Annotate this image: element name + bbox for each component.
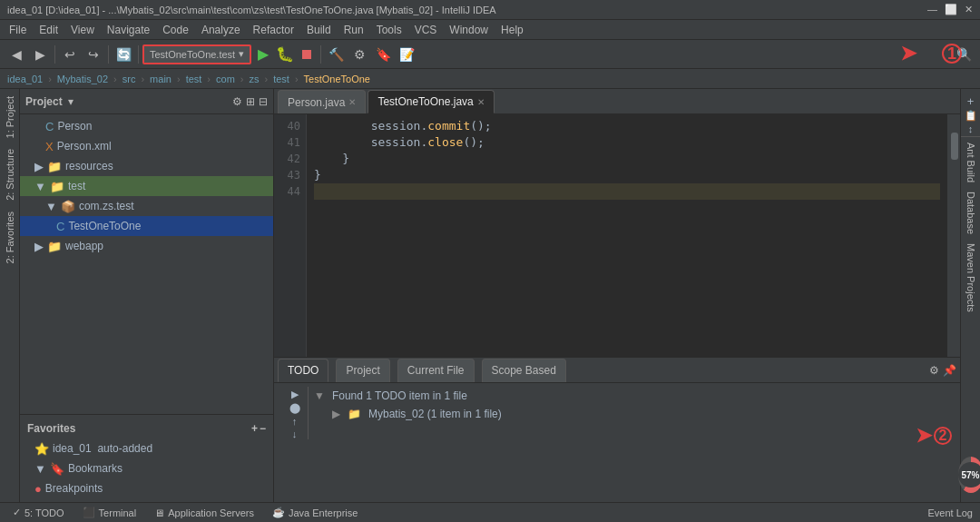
project-collapse-icon[interactable]: ⊟ [259, 95, 268, 108]
favorites-bookmarks[interactable]: ▼ 🔖 Bookmarks [20, 458, 273, 478]
status-app-servers-label: Application Servers [168, 507, 254, 518]
nav-main[interactable]: main [146, 72, 175, 86]
nav-test2[interactable]: test [270, 72, 293, 86]
current-file-tab-label: Current File [407, 364, 465, 377]
nav-mybatis02[interactable]: Mybatis_02 [54, 72, 112, 86]
todo-tab-label: TODO [288, 364, 318, 377]
debug-btn[interactable]: 🐛 [275, 44, 295, 64]
tree-test-folder[interactable]: ▼ 📁 test [20, 176, 273, 196]
tab-todo[interactable]: TODO [278, 359, 328, 382]
nav-zs[interactable]: zs [245, 72, 262, 86]
favorites-idea01[interactable]: ⭐ idea_01 auto-added [20, 438, 273, 458]
favorites-add-btn[interactable]: + [251, 422, 258, 435]
redo-btn[interactable]: ↪ [83, 44, 104, 65]
tab-scope-based[interactable]: Scope Based [482, 359, 566, 382]
menu-tools[interactable]: Tools [371, 22, 407, 38]
menu-view[interactable]: View [65, 22, 100, 38]
progress-percent: 57% [961, 470, 979, 480]
code-editor[interactable]: session.commit(); session.close(); } } [307, 114, 947, 357]
content-row: 1: Project 2: Structure 2: Favorites Pro… [0, 89, 980, 502]
status-terminal-btn[interactable]: ⬛ Terminal [77, 505, 142, 520]
annotation-arrow-1: ➤ [900, 42, 916, 65]
menu-window[interactable]: Window [444, 22, 494, 38]
tree-person-xml[interactable]: X Person.xml [20, 136, 273, 156]
todo-settings-icon[interactable]: ⚙ [929, 364, 939, 377]
todo-action-1[interactable]: ▶ [281, 389, 308, 400]
maximize-btn[interactable]: ⬜ [945, 4, 957, 15]
testonetoone-java-close-icon[interactable]: ✕ [477, 97, 485, 107]
right-expand-icon[interactable]: ↕ [968, 123, 974, 134]
todo-action-4[interactable]: ↓ [281, 428, 308, 439]
right-copy-icon[interactable]: 📋 [965, 110, 977, 122]
close-btn[interactable]: ✕ [965, 4, 973, 15]
tab-current-file[interactable]: Current File [397, 359, 475, 382]
tree-test-label: test [68, 180, 85, 192]
status-app-servers-btn[interactable]: 🖥 Application Servers [149, 506, 260, 520]
menu-file[interactable]: File [4, 22, 32, 38]
menu-analyze[interactable]: Analyze [196, 22, 246, 38]
back-btn[interactable]: ◀ [5, 44, 27, 65]
menu-edit[interactable]: Edit [34, 22, 64, 38]
event-log-label[interactable]: Event Log [927, 507, 973, 518]
nav-breadcrumb: idea_01 › Mybatis_02 › src › main › test… [0, 69, 980, 89]
vertical-scrollbar[interactable] [949, 114, 960, 357]
sync-btn[interactable]: 🔄 [113, 44, 134, 65]
run-btn[interactable]: ▶ [253, 44, 273, 64]
menu-navigate[interactable]: Navigate [102, 22, 155, 38]
project-settings-icon[interactable]: ⚙ [232, 95, 242, 108]
menu-refactor[interactable]: Refactor [248, 22, 299, 38]
maven-projects-tab[interactable]: Maven Projects [964, 240, 978, 316]
todo-child-item[interactable]: ▶ 📁 Mybatis_02 (1 item in 1 file) [314, 405, 953, 423]
settings-btn[interactable]: ⚙ [348, 44, 370, 65]
status-todo-btn[interactable]: ✓ 5: TODO [7, 505, 70, 520]
ant-build-tab[interactable]: Ant Build [964, 139, 978, 186]
line-num-44: 44 [274, 183, 300, 200]
database-tab[interactable]: Database [964, 188, 978, 238]
run-config-chevron: ▾ [239, 48, 244, 60]
forward-btn[interactable]: ▶ [29, 44, 51, 65]
tab-person-java[interactable]: Person.java ✕ [278, 90, 366, 113]
nav-idea01[interactable]: idea_01 [4, 72, 46, 86]
todo-pin-icon[interactable]: 📌 [943, 364, 956, 377]
minimize-btn[interactable]: — [927, 4, 937, 15]
favorites-breakpoints[interactable]: ● Breakpoints [20, 478, 273, 498]
sidebar-project-tab[interactable]: 1: Project [3, 93, 17, 142]
sidebar-favorites-tab[interactable]: 2: Favorites [3, 208, 17, 267]
tab-testonetoone-java[interactable]: TestOneToOne.java ✕ [368, 90, 494, 113]
line-num-40: 40 [274, 118, 300, 134]
tree-resources-folder[interactable]: ▶ 📁 resources [20, 156, 273, 176]
tree-webapp-folder[interactable]: ▶ 📁 webapp [20, 236, 273, 256]
tree-person-class[interactable]: C Person [20, 116, 273, 136]
status-java-enterprise-btn[interactable]: ☕ Java Enterprise [267, 505, 363, 520]
menu-vcs[interactable]: VCS [409, 22, 443, 38]
menu-run[interactable]: Run [338, 22, 369, 38]
bookmark-btn[interactable]: 🔖 [372, 44, 394, 65]
build-btn[interactable]: 🔨 [325, 44, 347, 65]
nav-test[interactable]: test [182, 72, 206, 86]
todo-action-3[interactable]: ↑ [281, 416, 308, 427]
main-editor-row: Person.java ✕ TestOneToOne.java ✕ 40 [274, 89, 960, 357]
person-java-close-icon[interactable]: ✕ [348, 97, 356, 107]
favorites-remove-btn[interactable]: − [260, 422, 266, 435]
nav-testonetoone[interactable]: TestOneToOne [300, 72, 374, 86]
progress-circle-container: 57% [961, 457, 980, 493]
code-line-42: } [314, 151, 940, 167]
sep4 [320, 45, 321, 64]
nav-com[interactable]: com [212, 72, 239, 86]
nav-src[interactable]: src [119, 72, 140, 86]
menu-help[interactable]: Help [495, 22, 529, 38]
menu-build[interactable]: Build [301, 22, 337, 38]
tree-webapp-label: webapp [65, 240, 103, 252]
undo-btn[interactable]: ↩ [59, 44, 81, 65]
tree-package[interactable]: ▼ 📦 com.zs.test [20, 196, 273, 216]
right-plus-icon[interactable]: + [967, 94, 975, 108]
todo-toolbar-btn[interactable]: 📝 [396, 44, 417, 65]
tree-testonetoone[interactable]: C TestOneToOne [20, 216, 273, 236]
todo-action-2[interactable]: ⬤ [281, 402, 308, 414]
menu-code[interactable]: Code [157, 22, 194, 38]
tab-project[interactable]: Project [336, 359, 389, 382]
stop-btn[interactable]: ⏹ [297, 44, 317, 64]
sidebar-structure-tab[interactable]: 2: Structure [3, 145, 17, 204]
project-expand-icon[interactable]: ⊞ [246, 95, 255, 108]
run-config-dropdown[interactable]: TestOneToOne.test ▾ [142, 44, 251, 64]
